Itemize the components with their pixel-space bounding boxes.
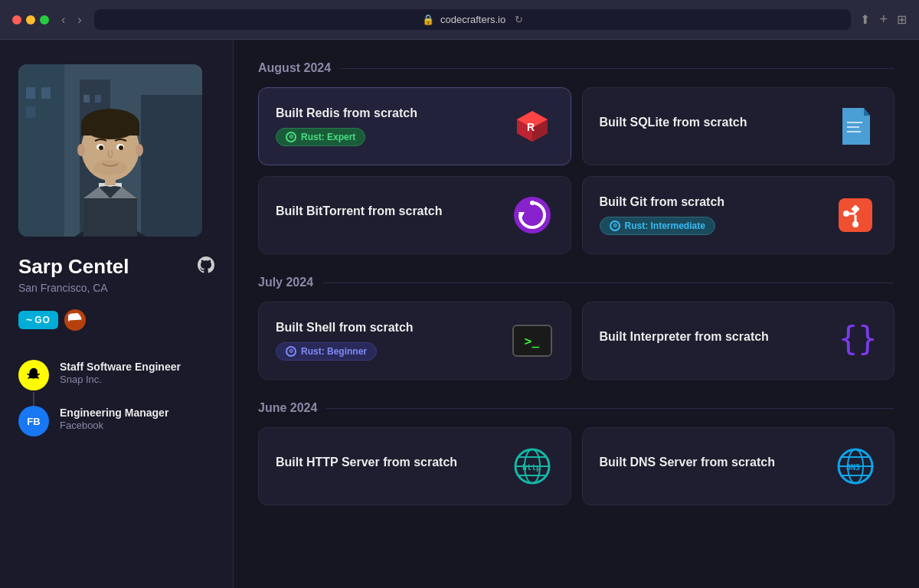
august-2024-label: August 2024 bbox=[258, 61, 331, 75]
svg-rect-7 bbox=[83, 95, 90, 103]
svg-rect-28 bbox=[847, 122, 862, 123]
svg-text:R: R bbox=[527, 121, 535, 133]
back-button[interactable]: ‹ bbox=[58, 10, 68, 30]
rust-badge bbox=[64, 309, 86, 331]
svg-point-39 bbox=[843, 211, 849, 217]
http-card[interactable]: Built HTTP Server from scratch http bbox=[258, 427, 571, 505]
rust-beginner-badge: ⚙ Rust: Beginner bbox=[276, 342, 377, 361]
job-item: FB Engineering Manager Facebook bbox=[18, 398, 214, 444]
svg-point-18 bbox=[99, 145, 103, 150]
sqlite-icon bbox=[834, 105, 877, 148]
rust-badge-icon: ⚙ bbox=[286, 132, 296, 142]
svg-point-19 bbox=[119, 145, 123, 150]
card-left: Built Interpreter from scratch bbox=[600, 330, 769, 351]
new-tab-icon[interactable]: + bbox=[879, 11, 888, 28]
reload-icon: ↻ bbox=[515, 14, 523, 25]
rust-beginner-label: Rust: Beginner bbox=[301, 346, 367, 357]
svg-point-21 bbox=[136, 144, 143, 156]
forward-button[interactable]: › bbox=[74, 10, 84, 30]
snap-job-info: Staff Software Engineer Snap Inc. bbox=[60, 360, 181, 385]
svg-point-22 bbox=[93, 160, 127, 175]
dns-card[interactable]: Built DNS Server from scratch DNS bbox=[582, 427, 895, 505]
card-left: Built DNS Server from scratch bbox=[600, 456, 775, 477]
close-button[interactable] bbox=[12, 15, 21, 24]
app-container: Sarp Centel San Francisco, CA GO bbox=[0, 40, 919, 588]
rust-badge-icon: ⚙ bbox=[610, 220, 620, 231]
redis-card-title: Built Redis from scratch bbox=[276, 106, 417, 120]
bittorrent-card[interactable]: Built BitTorrent from scratch bbox=[258, 176, 571, 254]
main-content: August 2024 Built Redis from scratch ⚙ R… bbox=[234, 40, 919, 588]
grid-icon[interactable]: ⊞ bbox=[897, 12, 907, 27]
section-june-2024: June 2024 bbox=[258, 401, 894, 415]
svg-text:DNS: DNS bbox=[846, 463, 860, 472]
interpreter-card-title: Built Interpreter from scratch bbox=[600, 330, 769, 344]
address-bar[interactable]: 🔒 codecrafters.io ↻ bbox=[94, 9, 852, 30]
lock-icon: 🔒 bbox=[422, 14, 434, 25]
svg-rect-3 bbox=[141, 95, 202, 237]
interpreter-icon: {} bbox=[834, 319, 877, 362]
fb-job-company: Facebook bbox=[60, 420, 168, 431]
svg-point-33 bbox=[530, 201, 535, 205]
snap-job-title: Staff Software Engineer bbox=[60, 360, 181, 374]
traffic-lights bbox=[12, 15, 49, 24]
shell-card[interactable]: Built Shell from scratch ⚙ Rust: Beginne… bbox=[258, 302, 571, 380]
svg-rect-29 bbox=[847, 126, 859, 128]
profile-photo bbox=[18, 64, 202, 237]
bittorrent-icon bbox=[511, 194, 554, 237]
bittorrent-card-title: Built BitTorrent from scratch bbox=[276, 204, 443, 218]
shell-icon: >_ bbox=[511, 319, 554, 362]
card-left: Built BitTorrent from scratch bbox=[276, 204, 443, 226]
june-2024-label: June 2024 bbox=[258, 401, 317, 415]
section-august-2024: August 2024 bbox=[258, 61, 894, 75]
profile-image bbox=[18, 64, 202, 237]
rust-intermediate-badge: ⚙ Rust: Intermediate bbox=[600, 217, 715, 235]
svg-rect-4 bbox=[26, 87, 35, 99]
github-icon[interactable] bbox=[198, 256, 214, 278]
url-text: codecrafters.io bbox=[440, 14, 505, 25]
git-card[interactable]: Built Git from scratch ⚙ Rust: Intermedi… bbox=[582, 176, 895, 254]
profile-name: Sarp Centel bbox=[18, 255, 129, 279]
svg-rect-15 bbox=[81, 124, 139, 136]
fb-job-title: Engineering Manager bbox=[60, 406, 168, 420]
card-left: Built Redis from scratch ⚙ Rust: Expert bbox=[276, 106, 417, 146]
sidebar: Sarp Centel San Francisco, CA GO bbox=[0, 40, 234, 588]
maximize-button[interactable] bbox=[40, 15, 49, 24]
snap-avatar bbox=[18, 360, 49, 390]
git-icon bbox=[834, 194, 877, 237]
svg-rect-6 bbox=[26, 106, 35, 118]
sqlite-card[interactable]: Built SQLite from scratch bbox=[582, 87, 895, 165]
git-card-title: Built Git from scratch bbox=[600, 195, 725, 209]
language-badges: GO bbox=[18, 309, 214, 331]
browser-actions: ⬆ + ⊞ bbox=[860, 11, 907, 28]
go-badge: GO bbox=[18, 311, 58, 329]
july-cards-grid: Built Shell from scratch ⚙ Rust: Beginne… bbox=[258, 302, 894, 380]
rust-expert-badge: ⚙ Rust: Expert bbox=[276, 128, 365, 146]
share-icon[interactable]: ⬆ bbox=[860, 12, 870, 27]
june-cards-grid: Built HTTP Server from scratch http bbox=[258, 427, 894, 505]
card-left: Built SQLite from scratch bbox=[600, 116, 747, 137]
rust-intermediate-label: Rust: Intermediate bbox=[625, 220, 705, 231]
redis-card[interactable]: Built Redis from scratch ⚙ Rust: Expert bbox=[258, 87, 571, 165]
snap-job-company: Snap Inc. bbox=[60, 374, 181, 385]
svg-rect-8 bbox=[95, 95, 101, 103]
svg-point-20 bbox=[77, 144, 85, 156]
shell-card-title: Built Shell from scratch bbox=[276, 321, 414, 335]
browser-controls: ‹ › bbox=[58, 10, 85, 30]
svg-text:http: http bbox=[522, 463, 541, 472]
svg-point-37 bbox=[852, 221, 858, 227]
sqlite-card-title: Built SQLite from scratch bbox=[600, 116, 747, 129]
card-left: Built Shell from scratch ⚙ Rust: Beginne… bbox=[276, 321, 414, 361]
job-item: Staff Software Engineer Snap Inc. bbox=[18, 352, 214, 398]
july-2024-label: July 2024 bbox=[258, 276, 313, 289]
section-july-2024: July 2024 bbox=[258, 276, 894, 289]
svg-text:{}: {} bbox=[839, 321, 875, 358]
http-card-title: Built HTTP Server from scratch bbox=[276, 456, 457, 469]
browser-chrome: ‹ › 🔒 codecrafters.io ↻ ⬆ + ⊞ bbox=[0, 0, 919, 40]
minimize-button[interactable] bbox=[26, 15, 35, 24]
dns-card-title: Built DNS Server from scratch bbox=[600, 456, 775, 469]
interpreter-card[interactable]: Built Interpreter from scratch {} bbox=[582, 302, 895, 380]
rust-badge-icon: ⚙ bbox=[286, 346, 296, 357]
job-list: Staff Software Engineer Snap Inc. FB Eng… bbox=[18, 352, 214, 444]
http-icon: http bbox=[511, 445, 554, 488]
redis-icon: R bbox=[511, 105, 554, 148]
